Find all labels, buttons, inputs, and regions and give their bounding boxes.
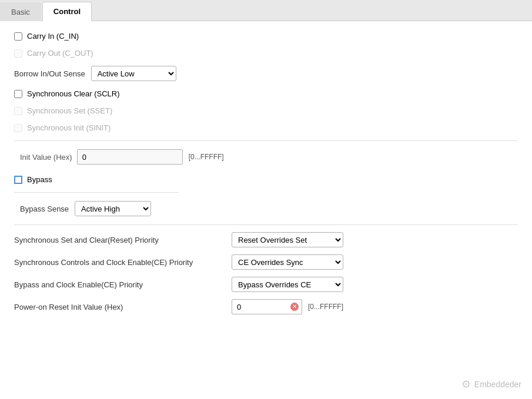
sync-init-label: Synchronous Init (SINIT) [27, 123, 111, 132]
tab-bar: Basic Control [0, 0, 532, 21]
sync-clear-label: Synchronous Clear (SCLR) [27, 89, 120, 98]
sync-controls-ce-priority-row: Synchronous Controls and Clock Enable(CE… [14, 254, 518, 270]
poweron-reset-row: Power-on Reset Init Value (Hex) ✕ [0...F… [14, 299, 518, 314]
sync-init-checkbox[interactable] [14, 124, 22, 132]
sync-init-row: Synchronous Init (SINIT) [14, 123, 518, 132]
init-value-input[interactable] [77, 149, 183, 165]
borrow-sense-select[interactable]: Active Low Active High [91, 66, 176, 81]
poweron-clear-icon[interactable]: ✕ [290, 303, 299, 311]
sync-set-row: Synchronous Set (SSET) [14, 106, 518, 115]
bypass-ce-priority-select[interactable]: Bypass Overrides CE CE Overrides Bypass [232, 277, 343, 292]
content-area: Carry In (C_IN) Carry Out (C_OUT) Borrow… [0, 21, 532, 399]
carry-out-checkbox[interactable] [14, 49, 22, 58]
sync-clear-row: Synchronous Clear (SCLR) [14, 89, 518, 98]
init-value-row: Init Value (Hex) [0...FFFFF] [14, 149, 518, 165]
bypass-ce-priority-label: Bypass and Clock Enable(CE) Priority [14, 280, 232, 289]
carry-in-row: Carry In (C_IN) [14, 32, 518, 41]
tab-control[interactable]: Control [42, 2, 92, 21]
sync-set-clear-priority-label: Synchronous Set and Clear(Reset) Priorit… [14, 236, 232, 244]
carry-in-checkbox[interactable] [14, 32, 22, 41]
bypass-ce-priority-row: Bypass and Clock Enable(CE) Priority Byp… [14, 277, 518, 292]
bypass-sense-row: Bypass Sense Active High Active Low [20, 201, 518, 216]
bypass-sense-select[interactable]: Active High Active Low [75, 201, 151, 216]
bypass-sense-label: Bypass Sense [20, 204, 69, 213]
borrow-sense-label: Borrow In/Out Sense [14, 69, 85, 78]
sync-set-clear-priority-row: Synchronous Set and Clear(Reset) Priorit… [14, 232, 518, 247]
main-container: Basic Control Carry In (C_IN) Carry Out … [0, 0, 532, 399]
init-value-label: Init Value (Hex) [20, 153, 72, 162]
sync-set-label: Synchronous Set (SSET) [27, 106, 112, 115]
init-value-range: [0...FFFFF] [189, 153, 224, 161]
bypass-row: Bypass [14, 175, 518, 184]
tab-basic-label: Basic [11, 8, 30, 16]
carry-out-row: Carry Out (C_OUT) [14, 49, 518, 58]
poweron-reset-label: Power-on Reset Init Value (Hex) [14, 303, 232, 311]
carry-in-label: Carry In (C_IN) [27, 32, 79, 41]
divider-2 [14, 192, 179, 193]
sync-clear-checkbox[interactable] [14, 90, 22, 98]
tab-control-label: Control [53, 7, 81, 16]
borrow-sense-row: Borrow In/Out Sense Active Low Active Hi… [14, 66, 518, 81]
poweron-input-wrap: ✕ [232, 299, 302, 314]
carry-out-label: Carry Out (C_OUT) [27, 49, 93, 58]
sync-controls-ce-priority-select[interactable]: CE Overrides Sync Sync Overrides CE [232, 254, 343, 270]
bypass-label: Bypass [27, 175, 52, 184]
sync-set-checkbox[interactable] [14, 107, 22, 115]
bypass-checkbox[interactable] [14, 176, 22, 184]
sync-set-clear-priority-select[interactable]: Reset Overrides Set Set Overrides Reset [232, 232, 343, 247]
poweron-reset-range: [0...FFFFF] [308, 303, 343, 311]
divider-1 [14, 140, 518, 141]
tab-basic[interactable]: Basic [0, 2, 41, 21]
priority-section: Synchronous Set and Clear(Reset) Priorit… [14, 224, 518, 314]
sync-controls-ce-priority-label: Synchronous Controls and Clock Enable(CE… [14, 258, 232, 267]
